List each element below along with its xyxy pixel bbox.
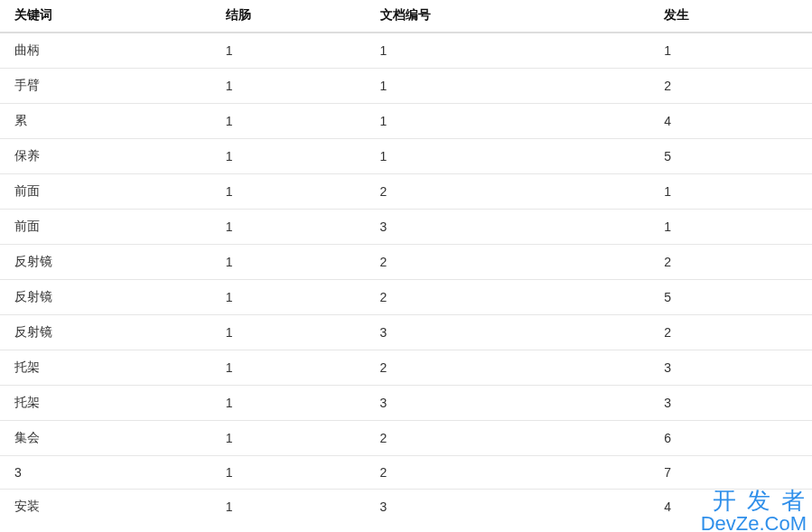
cell: 前面 — [0, 210, 211, 245]
table-row: 前面131 — [0, 210, 812, 245]
table-row: 反射镜125 — [0, 280, 812, 315]
col-header-colon: 结肠 — [211, 0, 366, 33]
cell: 1 — [211, 280, 366, 315]
cell: 4 — [649, 104, 812, 139]
cell: 1 — [211, 139, 366, 174]
cell: 前面 — [0, 174, 211, 210]
cell: 反射镜 — [0, 245, 211, 280]
table-row: 手臂112 — [0, 69, 812, 104]
table-row: 反射镜122 — [0, 245, 812, 280]
table-row: 前面121 — [0, 174, 812, 210]
cell: 5 — [649, 280, 812, 315]
cell: 2 — [366, 421, 650, 456]
cell: 2 — [366, 245, 650, 280]
cell: 2 — [649, 69, 812, 104]
cell: 曲柄 — [0, 33, 211, 69]
cell: 托架 — [0, 386, 211, 421]
cell: 1 — [211, 245, 366, 280]
cell: 2 — [366, 350, 650, 386]
table-body: 曲柄111手臂112累114保养115前面121前面131反射镜122反射镜12… — [0, 33, 812, 524]
cell: 1 — [211, 33, 366, 69]
cell: 反射镜 — [0, 280, 211, 315]
cell: 1 — [366, 33, 650, 69]
cell: 累 — [0, 104, 211, 139]
table-row: 托架133 — [0, 386, 812, 421]
table-row: 累114 — [0, 104, 812, 139]
cell: 3 — [649, 350, 812, 386]
cell: 1 — [211, 456, 366, 490]
data-table: 关键词 结肠 文档编号 发生 曲柄111手臂112累114保养115前面121前… — [0, 0, 812, 524]
cell: 保养 — [0, 139, 211, 174]
cell: 托架 — [0, 350, 211, 386]
cell: 1 — [366, 69, 650, 104]
cell: 手臂 — [0, 69, 211, 104]
col-header-occur: 发生 — [649, 0, 812, 33]
cell: 5 — [649, 139, 812, 174]
cell: 1 — [211, 69, 366, 104]
cell: 3 — [0, 456, 211, 490]
cell: 1 — [366, 139, 650, 174]
cell: 1 — [649, 33, 812, 69]
table-row: 保养115 — [0, 139, 812, 174]
cell: 4 — [649, 490, 812, 525]
cell: 1 — [211, 350, 366, 386]
cell: 1 — [211, 490, 366, 525]
cell: 2 — [649, 245, 812, 280]
table-row: 集会126 — [0, 421, 812, 456]
table-row: 托架123 — [0, 350, 812, 386]
cell: 2 — [366, 280, 650, 315]
cell: 3 — [649, 386, 812, 421]
table-header: 关键词 结肠 文档编号 发生 — [0, 0, 812, 33]
table-row: 3127 — [0, 456, 812, 490]
cell: 3 — [366, 210, 650, 245]
col-header-keyword: 关键词 — [0, 0, 211, 33]
cell: 集会 — [0, 421, 211, 456]
cell: 1 — [211, 315, 366, 350]
cell: 1 — [211, 421, 366, 456]
cell: 1 — [366, 104, 650, 139]
cell: 1 — [649, 210, 812, 245]
cell: 反射镜 — [0, 315, 211, 350]
cell: 2 — [366, 174, 650, 210]
cell: 2 — [649, 315, 812, 350]
cell: 1 — [211, 104, 366, 139]
table-row: 反射镜132 — [0, 315, 812, 350]
cell: 1 — [649, 174, 812, 210]
col-header-docid: 文档编号 — [366, 0, 650, 33]
cell: 1 — [211, 174, 366, 210]
cell: 3 — [366, 315, 650, 350]
cell: 安装 — [0, 490, 211, 525]
table-row: 安装134 — [0, 490, 812, 525]
cell: 7 — [649, 456, 812, 490]
cell: 3 — [366, 386, 650, 421]
cell: 2 — [366, 456, 650, 490]
cell: 1 — [211, 386, 366, 421]
cell: 6 — [649, 421, 812, 456]
cell: 3 — [366, 490, 650, 525]
cell: 1 — [211, 210, 366, 245]
table-row: 曲柄111 — [0, 33, 812, 69]
